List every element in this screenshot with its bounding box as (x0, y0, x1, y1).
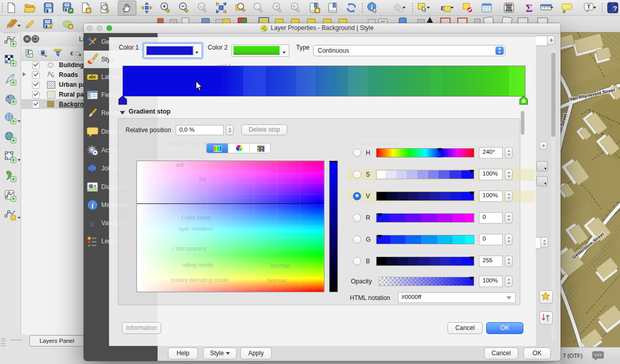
zoom-to-layer-icon[interactable] (235, 2, 247, 14)
close-panel-icon[interactable]: ✕ (23, 35, 31, 43)
filter-legend-icon[interactable] (53, 48, 63, 57)
help-button[interactable]: Help (168, 347, 198, 359)
new-print-composer-icon[interactable] (80, 2, 92, 14)
new-project-icon[interactable] (5, 2, 18, 14)
filter-by-expression-icon[interactable]: ε (70, 48, 81, 57)
layer-row-background[interactable]: Background (21, 99, 84, 109)
select-features-dropdown-icon[interactable] (427, 7, 430, 9)
red-slider[interactable] (376, 213, 474, 223)
zoom-full-icon[interactable] (215, 2, 227, 14)
zoom-native-icon[interactable]: 1:1 (196, 2, 209, 14)
layer-row-urban-parks[interactable]: Urban parks (21, 80, 84, 89)
gradient-stop-marker-end[interactable] (519, 96, 528, 105)
layer-row-buildings[interactable]: Buildings (21, 60, 84, 70)
delete-stop-button[interactable]: Delete stop (241, 124, 287, 135)
small-spinner[interactable] (539, 141, 547, 150)
highlight-labels-icon[interactable] (275, 19, 284, 23)
size-field[interactable] (535, 36, 548, 46)
cut-features-icon[interactable] (182, 18, 189, 23)
layer-checkbox[interactable] (32, 81, 40, 89)
slider-marker-icon[interactable] (469, 257, 474, 260)
add-wcs-layer-icon[interactable] (4, 151, 17, 163)
toggle-editing-icon[interactable] (24, 18, 36, 30)
composer-manager-icon[interactable] (98, 2, 111, 14)
overlay-scrollbar-thumb[interactable] (521, 111, 524, 135)
add-raster-layer-icon[interactable] (4, 54, 17, 67)
html-dropdown-icon[interactable] (506, 296, 512, 299)
color1-button[interactable] (144, 43, 202, 58)
blue-field[interactable]: 255 (479, 256, 503, 267)
slider-marker-icon[interactable] (437, 148, 442, 152)
layer-checkbox[interactable] (32, 101, 40, 108)
saturation-field[interactable]: 100% (479, 169, 503, 180)
slider-marker-icon[interactable] (377, 235, 382, 239)
feature-action-dropdown-icon[interactable] (402, 7, 406, 9)
node-tool-icon[interactable] (157, 18, 164, 23)
map-tips-icon[interactable] (561, 2, 574, 14)
manage-map-themes-icon[interactable] (38, 49, 48, 58)
layer-row-roads[interactable]: Roads (21, 70, 84, 80)
pages2-tool-icon[interactable] (537, 18, 548, 23)
new-shapefile-layer-icon[interactable] (4, 189, 17, 202)
sort-symbols-button[interactable] (539, 311, 553, 325)
extent2-tool-icon[interactable] (457, 18, 468, 23)
zoom-in-icon[interactable] (159, 2, 172, 14)
save-layer-edits-icon[interactable] (42, 18, 54, 30)
data-defined-button[interactable] (536, 161, 548, 171)
extent-tool-icon[interactable] (440, 18, 451, 23)
style-menu-button[interactable]: Style (203, 347, 237, 359)
add-layer-more-icon[interactable] (4, 209, 17, 221)
add-wfs-layer-icon[interactable] (4, 170, 17, 182)
color-ramp-tab[interactable] (207, 144, 228, 153)
north-arrow-icon[interactable] (427, 17, 433, 23)
blue-spinner[interactable] (505, 256, 513, 267)
zoom-last-icon[interactable] (271, 2, 284, 14)
save-project-as-icon[interactable] (61, 2, 74, 14)
moth2-tool-icon[interactable] (502, 17, 513, 23)
pin-labels-icon[interactable] (258, 17, 269, 23)
refresh-icon[interactable] (345, 2, 358, 14)
current-edits-icon[interactable] (4, 18, 17, 30)
slider-marker-icon[interactable] (469, 277, 474, 280)
add-group-icon[interactable] (24, 49, 34, 58)
add-delimited-text-layer-icon[interactable] (4, 73, 17, 86)
zoom-next-icon[interactable] (289, 2, 302, 14)
green-field[interactable]: 0 (479, 234, 503, 245)
add-spatialite-layer-icon[interactable] (4, 112, 17, 124)
deselect-features-icon[interactable] (461, 2, 474, 14)
layer-row-rural-parks[interactable]: Rural parks (21, 89, 84, 99)
green-slider[interactable] (376, 235, 474, 244)
map-canvas[interactable]: Van Rhyneveld Street Marion Street Gelde… (561, 32, 620, 347)
saturation-radio[interactable] (353, 170, 361, 179)
saturation-slider[interactable] (376, 170, 474, 179)
layers-panel-tab[interactable]: Layers Panel (29, 335, 84, 346)
label-properties-icon[interactable] (338, 19, 347, 23)
value-field[interactable]: 100% (479, 191, 503, 202)
red-spinner[interactable] (505, 212, 513, 224)
new-bookmark-icon[interactable] (308, 2, 321, 14)
green-radio[interactable] (353, 235, 361, 244)
open-attribute-table-icon[interactable] (481, 2, 493, 14)
red-field[interactable]: 0 (479, 212, 503, 224)
pages-tool-icon[interactable] (518, 18, 528, 23)
color-wheel-tab[interactable] (228, 144, 250, 153)
value-spinner[interactable] (505, 191, 513, 202)
green-spinner[interactable] (505, 234, 513, 245)
annotation-dropdown-icon[interactable] (593, 7, 596, 9)
opacity-field[interactable]: 100% (479, 276, 503, 287)
color1-dropdown[interactable] (194, 45, 200, 55)
messages-icon[interactable] (592, 351, 605, 361)
python-console-icon[interactable] (399, 18, 407, 23)
size-spinner[interactable] (547, 36, 555, 45)
value-vertical-slider[interactable] (329, 161, 338, 292)
open-project-icon[interactable] (23, 2, 36, 14)
current-edits-dropdown-icon[interactable] (18, 25, 21, 27)
value-radio[interactable] (353, 192, 361, 200)
label-tool-icon[interactable] (222, 19, 230, 23)
value-slider[interactable] (376, 192, 474, 201)
data-defined-button[interactable] (536, 176, 548, 186)
layer-checkbox[interactable] (32, 91, 40, 99)
moth-tool-icon[interactable] (483, 17, 494, 23)
slider-marker-icon[interactable] (469, 192, 474, 195)
favorites-button[interactable] (539, 290, 553, 304)
